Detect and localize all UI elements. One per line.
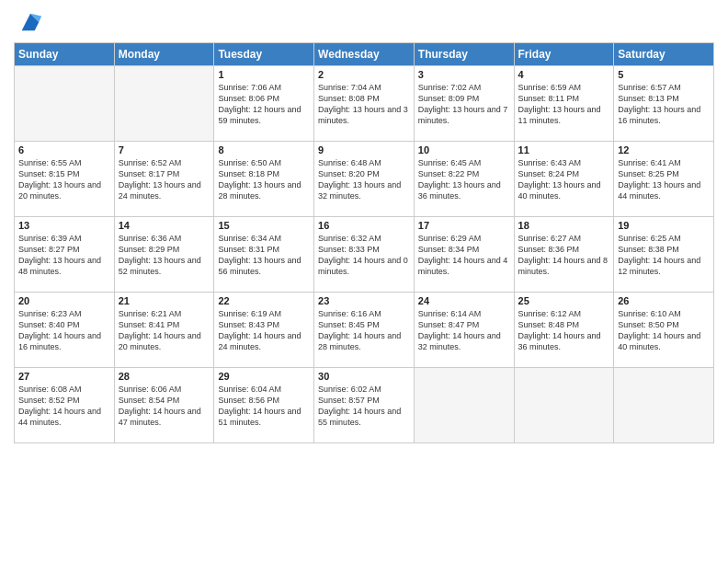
day-number: 23 bbox=[318, 295, 410, 306]
calendar-cell: 28Sunrise: 6:06 AMSunset: 8:54 PMDayligh… bbox=[114, 368, 214, 443]
calendar-cell: 22Sunrise: 6:19 AMSunset: 8:43 PMDayligh… bbox=[214, 293, 314, 368]
day-info: Sunrise: 6:04 AMSunset: 8:56 PMDaylight:… bbox=[218, 384, 310, 429]
calendar-cell: 29Sunrise: 6:04 AMSunset: 8:56 PMDayligh… bbox=[214, 368, 314, 443]
day-info: Sunrise: 6:06 AMSunset: 8:54 PMDaylight:… bbox=[119, 384, 210, 429]
day-number: 22 bbox=[218, 295, 310, 306]
calendar-cell: 27Sunrise: 6:08 AMSunset: 8:52 PMDayligh… bbox=[15, 368, 115, 443]
calendar-cell: 2Sunrise: 7:04 AMSunset: 8:08 PMDaylight… bbox=[314, 66, 415, 142]
day-number: 18 bbox=[518, 220, 610, 231]
day-info: Sunrise: 6:08 AMSunset: 8:52 PMDaylight:… bbox=[18, 384, 110, 429]
day-info: Sunrise: 6:23 AMSunset: 8:40 PMDaylight:… bbox=[18, 308, 110, 353]
day-number: 19 bbox=[618, 220, 710, 231]
calendar-cell: 13Sunrise: 6:39 AMSunset: 8:27 PMDayligh… bbox=[15, 217, 115, 293]
day-info: Sunrise: 6:39 AMSunset: 8:27 PMDaylight:… bbox=[18, 233, 110, 278]
calendar-cell bbox=[614, 368, 714, 443]
calendar-cell: 25Sunrise: 6:12 AMSunset: 8:48 PMDayligh… bbox=[514, 293, 614, 368]
day-info: Sunrise: 6:14 AMSunset: 8:47 PMDaylight:… bbox=[418, 308, 510, 353]
calendar-cell: 5Sunrise: 6:57 AMSunset: 8:13 PMDaylight… bbox=[614, 66, 714, 142]
day-info: Sunrise: 6:12 AMSunset: 8:48 PMDaylight:… bbox=[518, 308, 610, 353]
day-number: 30 bbox=[318, 371, 410, 382]
calendar-cell: 21Sunrise: 6:21 AMSunset: 8:41 PMDayligh… bbox=[114, 293, 214, 368]
day-number: 4 bbox=[518, 69, 610, 80]
calendar-header-wednesday: Wednesday bbox=[314, 43, 415, 66]
day-info: Sunrise: 7:06 AMSunset: 8:06 PMDaylight:… bbox=[218, 82, 310, 127]
day-info: Sunrise: 6:29 AMSunset: 8:34 PMDaylight:… bbox=[418, 233, 510, 278]
calendar-week-row: 20Sunrise: 6:23 AMSunset: 8:40 PMDayligh… bbox=[15, 293, 714, 368]
day-info: Sunrise: 6:32 AMSunset: 8:33 PMDaylight:… bbox=[318, 233, 410, 278]
day-info: Sunrise: 6:19 AMSunset: 8:43 PMDaylight:… bbox=[218, 308, 310, 353]
calendar-cell: 24Sunrise: 6:14 AMSunset: 8:47 PMDayligh… bbox=[414, 293, 514, 368]
calendar-cell: 17Sunrise: 6:29 AMSunset: 8:34 PMDayligh… bbox=[414, 217, 514, 293]
calendar-header-row: SundayMondayTuesdayWednesdayThursdayFrid… bbox=[15, 43, 714, 66]
day-number: 27 bbox=[18, 371, 110, 382]
day-number: 1 bbox=[218, 69, 310, 80]
calendar-header-monday: Monday bbox=[114, 43, 214, 66]
calendar-cell: 11Sunrise: 6:43 AMSunset: 8:24 PMDayligh… bbox=[514, 142, 614, 217]
day-info: Sunrise: 6:16 AMSunset: 8:45 PMDaylight:… bbox=[318, 308, 410, 353]
calendar-cell: 14Sunrise: 6:36 AMSunset: 8:29 PMDayligh… bbox=[114, 217, 214, 293]
calendar-cell: 6Sunrise: 6:55 AMSunset: 8:15 PMDaylight… bbox=[15, 142, 115, 217]
calendar-cell: 23Sunrise: 6:16 AMSunset: 8:45 PMDayligh… bbox=[314, 293, 415, 368]
day-number: 29 bbox=[218, 371, 310, 382]
day-number: 21 bbox=[119, 295, 210, 306]
calendar-week-row: 27Sunrise: 6:08 AMSunset: 8:52 PMDayligh… bbox=[15, 368, 714, 443]
calendar-cell: 18Sunrise: 6:27 AMSunset: 8:36 PMDayligh… bbox=[514, 217, 614, 293]
day-number: 5 bbox=[618, 69, 710, 80]
calendar-header-thursday: Thursday bbox=[414, 43, 514, 66]
day-info: Sunrise: 6:59 AMSunset: 8:11 PMDaylight:… bbox=[518, 82, 610, 127]
calendar-cell: 20Sunrise: 6:23 AMSunset: 8:40 PMDayligh… bbox=[15, 293, 115, 368]
day-number: 17 bbox=[418, 220, 510, 231]
day-info: Sunrise: 7:04 AMSunset: 8:08 PMDaylight:… bbox=[318, 82, 410, 127]
calendar-header-tuesday: Tuesday bbox=[214, 43, 314, 66]
logo-icon bbox=[17, 9, 43, 35]
calendar-cell: 19Sunrise: 6:25 AMSunset: 8:38 PMDayligh… bbox=[614, 217, 714, 293]
day-number: 9 bbox=[318, 144, 410, 155]
calendar-cell: 7Sunrise: 6:52 AMSunset: 8:17 PMDaylight… bbox=[114, 142, 214, 217]
calendar-cell bbox=[114, 66, 214, 142]
day-info: Sunrise: 6:50 AMSunset: 8:18 PMDaylight:… bbox=[218, 157, 310, 202]
calendar-header-sunday: Sunday bbox=[15, 43, 115, 66]
calendar-cell bbox=[15, 66, 115, 142]
day-number: 24 bbox=[418, 295, 510, 306]
day-info: Sunrise: 6:48 AMSunset: 8:20 PMDaylight:… bbox=[318, 157, 410, 202]
day-number: 2 bbox=[318, 69, 410, 80]
calendar-cell: 10Sunrise: 6:45 AMSunset: 8:22 PMDayligh… bbox=[414, 142, 514, 217]
day-number: 25 bbox=[518, 295, 610, 306]
day-number: 6 bbox=[18, 144, 110, 155]
calendar-table: SundayMondayTuesdayWednesdayThursdayFrid… bbox=[14, 42, 714, 443]
calendar-cell: 9Sunrise: 6:48 AMSunset: 8:20 PMDaylight… bbox=[314, 142, 415, 217]
day-info: Sunrise: 7:02 AMSunset: 8:09 PMDaylight:… bbox=[418, 82, 510, 127]
calendar-cell: 12Sunrise: 6:41 AMSunset: 8:25 PMDayligh… bbox=[614, 142, 714, 217]
day-info: Sunrise: 6:27 AMSunset: 8:36 PMDaylight:… bbox=[518, 233, 610, 278]
day-info: Sunrise: 6:41 AMSunset: 8:25 PMDaylight:… bbox=[618, 157, 710, 202]
calendar-cell: 16Sunrise: 6:32 AMSunset: 8:33 PMDayligh… bbox=[314, 217, 415, 293]
day-number: 13 bbox=[18, 220, 110, 231]
day-info: Sunrise: 6:45 AMSunset: 8:22 PMDaylight:… bbox=[418, 157, 510, 202]
day-info: Sunrise: 6:10 AMSunset: 8:50 PMDaylight:… bbox=[618, 308, 710, 353]
day-number: 20 bbox=[18, 295, 110, 306]
day-info: Sunrise: 6:21 AMSunset: 8:41 PMDaylight:… bbox=[119, 308, 210, 353]
calendar-cell: 8Sunrise: 6:50 AMSunset: 8:18 PMDaylight… bbox=[214, 142, 314, 217]
logo bbox=[14, 9, 43, 35]
calendar-page: SundayMondayTuesdayWednesdayThursdayFrid… bbox=[0, 0, 728, 563]
day-number: 14 bbox=[119, 220, 210, 231]
day-number: 7 bbox=[119, 144, 210, 155]
calendar-cell: 4Sunrise: 6:59 AMSunset: 8:11 PMDaylight… bbox=[514, 66, 614, 142]
day-number: 3 bbox=[418, 69, 510, 80]
calendar-week-row: 1Sunrise: 7:06 AMSunset: 8:06 PMDaylight… bbox=[15, 66, 714, 142]
day-number: 10 bbox=[418, 144, 510, 155]
day-info: Sunrise: 6:36 AMSunset: 8:29 PMDaylight:… bbox=[119, 233, 210, 278]
day-number: 12 bbox=[618, 144, 710, 155]
header bbox=[14, 9, 714, 35]
calendar-cell: 26Sunrise: 6:10 AMSunset: 8:50 PMDayligh… bbox=[614, 293, 714, 368]
day-info: Sunrise: 6:34 AMSunset: 8:31 PMDaylight:… bbox=[218, 233, 310, 278]
day-number: 26 bbox=[618, 295, 710, 306]
calendar-cell: 3Sunrise: 7:02 AMSunset: 8:09 PMDaylight… bbox=[414, 66, 514, 142]
day-number: 15 bbox=[218, 220, 310, 231]
calendar-cell bbox=[514, 368, 614, 443]
day-info: Sunrise: 6:55 AMSunset: 8:15 PMDaylight:… bbox=[18, 157, 110, 202]
day-number: 16 bbox=[318, 220, 410, 231]
calendar-week-row: 13Sunrise: 6:39 AMSunset: 8:27 PMDayligh… bbox=[15, 217, 714, 293]
day-number: 28 bbox=[119, 371, 210, 382]
day-info: Sunrise: 6:25 AMSunset: 8:38 PMDaylight:… bbox=[618, 233, 710, 278]
